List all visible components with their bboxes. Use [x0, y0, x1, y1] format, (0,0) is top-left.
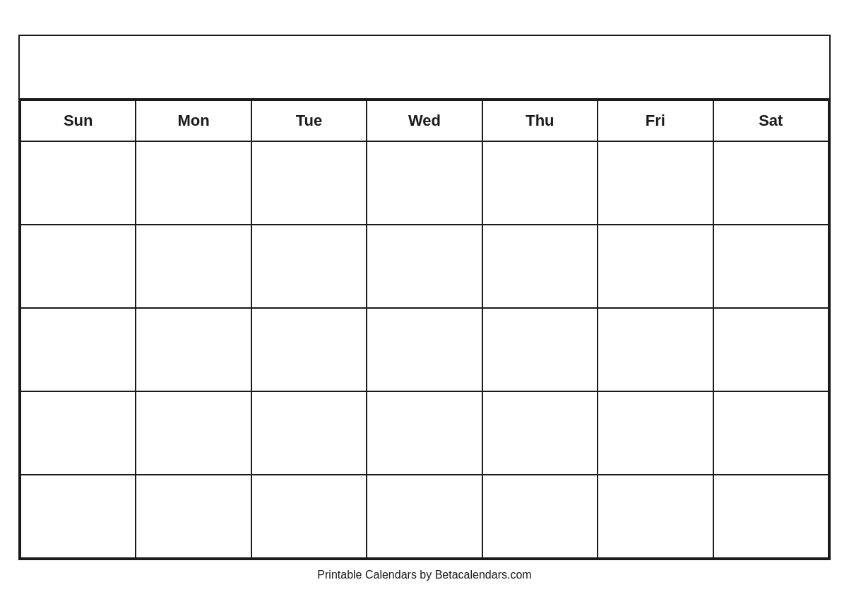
calendar-row-5 [20, 475, 829, 558]
cell-3-1 [20, 308, 136, 391]
cell-1-1 [20, 141, 136, 225]
cell-2-2 [136, 225, 251, 308]
cell-5-4 [367, 475, 482, 558]
cell-3-7 [713, 308, 829, 391]
cell-3-2 [136, 308, 251, 391]
cell-2-1 [20, 225, 136, 308]
cell-1-7 [713, 141, 829, 225]
calendar-row-3 [20, 308, 829, 391]
day-header-thu: Thu [482, 100, 598, 141]
cell-4-2 [136, 391, 251, 475]
cell-2-6 [598, 225, 713, 308]
cell-4-6 [598, 391, 713, 475]
cell-3-5 [482, 308, 598, 391]
cell-3-6 [598, 308, 713, 391]
cell-5-2 [136, 475, 251, 558]
cell-1-6 [598, 141, 713, 225]
cell-5-6 [598, 475, 713, 558]
calendar-title-row [20, 36, 829, 100]
cell-4-1 [20, 391, 136, 475]
calendar-row-2 [20, 225, 829, 308]
cell-1-2 [136, 141, 251, 225]
cell-4-5 [482, 391, 598, 475]
footer-text: Printable Calendars by Betacalendars.com [18, 569, 831, 581]
calendar-row-4 [20, 391, 829, 475]
cell-4-4 [367, 391, 482, 475]
cell-2-4 [367, 225, 482, 308]
day-header-sat: Sat [713, 100, 829, 141]
day-header-wed: Wed [367, 100, 482, 141]
cell-5-5 [482, 475, 598, 558]
cell-5-1 [20, 475, 136, 558]
cell-5-3 [251, 475, 367, 558]
cell-2-7 [713, 225, 829, 308]
cell-4-7 [713, 391, 829, 475]
cell-1-3 [251, 141, 367, 225]
cell-1-5 [482, 141, 598, 225]
cell-4-3 [251, 391, 367, 475]
cell-3-3 [251, 308, 367, 391]
day-header-fri: Fri [598, 100, 713, 141]
calendar-outer: Sun Mon Tue Wed Thu Fri Sat [18, 35, 831, 560]
calendar-row-1 [20, 141, 829, 225]
cell-3-4 [367, 308, 482, 391]
cell-1-4 [367, 141, 482, 225]
day-header-mon: Mon [136, 100, 251, 141]
header-row: Sun Mon Tue Wed Thu Fri Sat [20, 100, 829, 141]
day-header-sun: Sun [20, 100, 136, 141]
cell-5-7 [713, 475, 829, 558]
day-header-tue: Tue [251, 100, 367, 141]
calendar-table: Sun Mon Tue Wed Thu Fri Sat [20, 100, 829, 559]
calendar-wrapper: Sun Mon Tue Wed Thu Fri Sat [18, 35, 831, 581]
cell-2-3 [251, 225, 367, 308]
cell-2-5 [482, 225, 598, 308]
